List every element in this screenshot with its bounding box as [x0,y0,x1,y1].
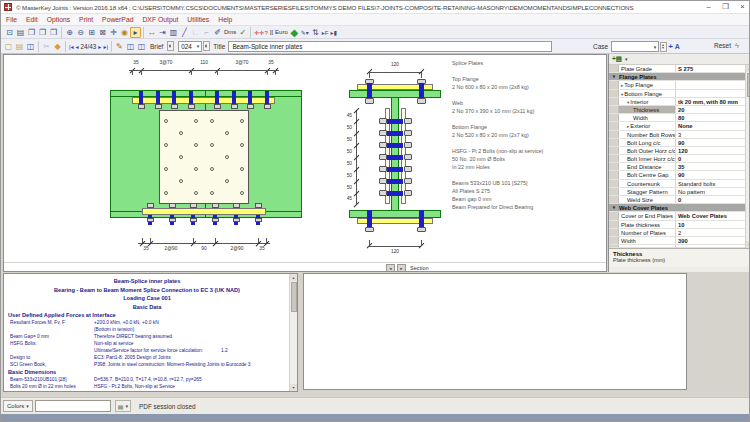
menu-powerpad[interactable]: PowerPad [102,16,133,23]
prop-row-stagger-pattern[interactable]: Stagger PatternNo pattern [609,188,750,196]
pen-icon[interactable]: ✎ [114,41,125,52]
chevron-icon[interactable]: ▾ [627,100,629,105]
save-icon[interactable]: ◫ [25,41,36,52]
reset-button[interactable]: Reset [714,42,731,49]
scroll-up-icon[interactable]: ▴ [746,65,750,72]
zoom-in-icon[interactable]: ⊕ [64,27,75,38]
copy-text-icon[interactable]: ❐ [48,27,59,38]
prop-value[interactable]: 20 [676,106,750,113]
plate-diamond-icon[interactable]: ◆ [289,27,300,38]
print-icon[interactable]: ▤ [15,27,26,38]
dim-extents-icon[interactable]: ⇥ [157,27,168,38]
prop-value[interactable]: 90 [676,139,750,146]
case-spinner[interactable] [660,42,667,52]
prop-value[interactable]: 0 [676,196,750,203]
prop-value[interactable] [676,81,750,88]
add-row-icon[interactable]: +▤ [612,55,622,63]
prop-value[interactable]: 10 [676,221,750,228]
maximize-button[interactable]: ❐ [717,1,734,13]
sheet-dropdown[interactable]: ▤ ▾ [115,400,131,412]
case-dropdown[interactable]: ▾ [611,41,659,52]
prop-row-bolt-inner-horz-c-c[interactable]: Bolt Inner Horz c/c0 [609,155,750,163]
drawing-canvas[interactable]: 353@701103@7035352@90902@903512012045505… [3,54,607,272]
prop-value[interactable]: S 275 [676,65,750,72]
secondary-output-panel[interactable] [303,273,687,390]
prop-value[interactable]: 35 [676,163,750,170]
prop-row-exterior[interactable]: ▸ExteriorNone [609,122,750,130]
euro-label[interactable]: Euro [274,29,289,35]
prop-section-flange-plates[interactable]: ▾Flange Plates [609,73,750,81]
prop-row-number-of-plates[interactable]: Number of Plates2 [609,229,750,237]
prop-row-top-flange[interactable]: ▸Top Flange [609,81,750,89]
dim-corner-icon[interactable]: ⌐ [201,27,212,38]
prop-value[interactable]: 120 [676,147,750,154]
pen-dropdown-icon[interactable]: ✎▾ [300,29,310,36]
prop-value[interactable]: 390 [676,237,750,244]
prop-row-interior[interactable]: ▾Interiortk 20 mm, with 80 mm [609,98,750,106]
prop-row-bolt-long-c-c[interactable]: Bolt Long c/c90 [609,139,750,147]
dim-vertical-icon[interactable]: ▥ [168,27,179,38]
chevron-icon[interactable]: ▾ [621,92,623,97]
prop-row-bottom-flange[interactable]: ▾Bottom Flange [609,90,750,98]
cut-icon[interactable]: ✂ [41,41,52,52]
scrollbar-thumb[interactable] [291,282,297,312]
diamond-icon[interactable]: ◆ [52,41,63,52]
prop-value[interactable]: 90 [676,171,750,178]
dims-toggle-label[interactable]: Dms [223,29,237,35]
menu-dxf-output[interactable]: DXF Output [142,16,178,23]
prop-value[interactable] [676,90,750,97]
status-input[interactable] [35,400,111,412]
save-full-icon[interactable]: ◫ [136,41,147,52]
prop-row-bolt-outer-horz-c-c[interactable]: Bolt Outer Horz c/c120 [609,147,750,155]
section-prev-button[interactable]: ◂ [386,264,395,272]
zoom-extents-icon[interactable]: ⊠ [97,27,108,38]
menu-edit[interactable]: Edit [26,16,38,23]
lock-icon[interactable]: ◉ [119,27,130,38]
minimize-button[interactable]: – [700,1,717,13]
copy-bitmap-icon[interactable]: ❐ [37,27,48,38]
zoom-window-icon[interactable]: ⊞ [86,27,97,38]
scrollbar-thumb[interactable] [747,73,750,97]
prop-row-width[interactable]: Width80 [609,114,750,122]
property-grid-scrollbar[interactable]: ▴ ▾ [745,65,750,248]
prop-value[interactable]: None [676,122,750,129]
prop-value[interactable]: 2 [676,229,750,236]
prop-row-bolt-centre-gap[interactable]: Bolt Centre Gap90 [609,171,750,179]
dim-horizontal-icon[interactable]: ↔ [146,27,157,38]
sort-icon[interactable]: ⇅ [310,27,321,38]
dim-edit-icon[interactable]: ✐ [212,27,223,38]
pointer-tool-icon[interactable]: ▸ [130,27,141,38]
pan-icon[interactable]: ✛ [108,27,119,38]
prop-value[interactable]: 0 [676,155,750,162]
prop-value[interactable]: 3 [676,131,750,138]
chevron-icon[interactable]: ▸ [621,83,623,88]
prop-value[interactable]: 80 [676,114,750,121]
prop-value[interactable]: No pattern [676,188,750,195]
page-dropdown[interactable]: 024 ▾ [178,41,202,52]
menu-file[interactable]: File [6,16,17,23]
prop-row-plate-grade[interactable]: Plate GradeS 275 [609,65,750,73]
add-case-icon[interactable]: + [667,42,674,51]
close-button[interactable]: × [734,1,750,13]
prop-row-countersunk[interactable]: CountersunkStandard bolts [609,180,750,188]
prop-section-web-cover-plates[interactable]: ▾Web Cover Plates [609,204,750,212]
prop-value[interactable]: tk 20 mm, with 80 mm [676,98,750,105]
menu-utilities[interactable]: Utilities [187,16,209,23]
last-record-icon[interactable]: ▸| [102,43,109,50]
bolt-marks-icon[interactable]: ✛✛? [253,29,268,36]
menu-options[interactable]: Options [47,16,70,23]
prop-value[interactable]: Web Cover Plates [676,212,750,219]
scroll-down-icon[interactable]: ▾ [290,384,297,391]
output-panel[interactable]: Beam-Splice inner platesBearing - Beam t… [3,273,298,392]
prop-row-width[interactable]: Width390 [609,237,750,245]
first-record-icon[interactable]: |◂ [68,43,75,50]
brief-spinner[interactable] [167,41,174,51]
save-brief-icon[interactable]: ◫ [125,41,136,52]
prop-row-plate-thickness[interactable]: Plate thickness10 [609,221,750,229]
menu-help[interactable]: Help [218,16,232,23]
dim-diagonal-icon[interactable]: ╱ [179,27,190,38]
title-input[interactable] [228,41,552,52]
prop-value[interactable]: Standard bolts [676,180,750,187]
output-scrollbar[interactable]: ▴ ▾ [289,274,297,391]
zoom-out-icon[interactable]: ⊖ [75,27,86,38]
